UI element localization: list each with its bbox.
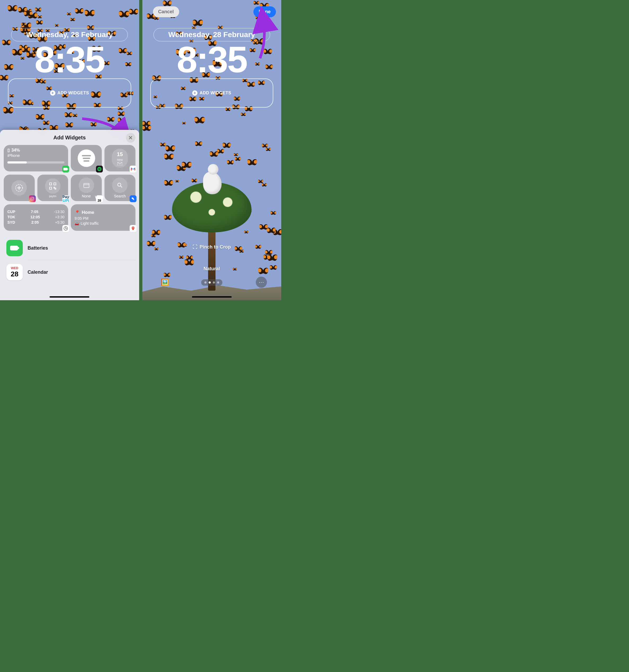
butterfly-icon <box>267 255 277 262</box>
calendar-app-icon: WED28 <box>96 195 103 202</box>
butterfly-icon <box>194 117 205 124</box>
phone-icon: ▯ <box>7 148 10 153</box>
add-widgets-sheet: Add Widgets ✕ ▯34% iPhone 1 <box>0 130 139 300</box>
widget-truecaller-search[interactable]: Search <box>104 175 136 201</box>
butterfly-icon <box>65 122 73 128</box>
add-story-icon <box>11 180 27 196</box>
butterfly-icon <box>72 114 77 117</box>
widget-instagram[interactable] <box>4 175 35 201</box>
lock-time[interactable]: 8:35 <box>142 38 281 81</box>
butterfly-icon <box>165 145 175 152</box>
calendar-none-label: None <box>82 194 91 198</box>
svg-point-14 <box>118 183 121 186</box>
batteries-label: Batteries <box>28 245 48 251</box>
add-widgets-slot[interactable]: + ADD WIDGETS <box>8 78 131 107</box>
calendar-empty-icon <box>79 177 94 193</box>
butterfly-icon <box>21 23 26 26</box>
widget-battery[interactable]: ▯34% iPhone <box>4 145 68 171</box>
done-button[interactable]: Done <box>253 6 276 17</box>
butterfly-icon <box>259 224 268 230</box>
app-row-batteries[interactable]: Batteries <box>4 236 136 260</box>
home-indicator[interactable] <box>192 296 232 297</box>
page-indicator[interactable] <box>201 279 223 286</box>
add-widgets-slot[interactable]: + ADD WIDGETS <box>150 78 274 107</box>
calendar-label: Calendar <box>28 269 48 275</box>
svg-rect-18 <box>18 247 19 249</box>
batteries-icon <box>6 240 23 256</box>
butterfly-icon <box>142 121 150 127</box>
pin-icon: 📍 <box>74 210 80 215</box>
butterfly-icon <box>7 5 17 12</box>
butterfly-icon <box>118 117 126 123</box>
plus-icon: + <box>50 90 55 96</box>
cancel-button[interactable]: Cancel <box>153 6 179 17</box>
butterfly-icon <box>160 143 165 147</box>
svg-point-7 <box>33 198 33 198</box>
butterfly-icon <box>265 148 271 151</box>
butterfly-icon <box>182 122 186 124</box>
svg-rect-12 <box>55 188 56 189</box>
lock-time[interactable]: 8:35 <box>0 38 139 81</box>
svg-rect-10 <box>50 187 52 189</box>
butterfly-icon <box>36 20 43 25</box>
widget-paytm[interactable]: paytm PayUPI <box>38 175 68 201</box>
home-indicator[interactable] <box>50 296 89 297</box>
gmail-new-label: new <box>117 158 123 162</box>
butterfly-icon <box>129 9 138 15</box>
widget-source-list: Batteries WED 28 Calendar <box>4 236 136 284</box>
photo-picker-button[interactable]: 🖼️ <box>159 277 170 288</box>
wallpaper-figure <box>197 164 226 196</box>
widget-gmail[interactable]: 15 new <box>104 145 136 171</box>
svg-rect-8 <box>50 183 52 185</box>
butterfly-icon <box>119 10 130 18</box>
close-button[interactable]: ✕ <box>126 133 136 143</box>
qr-icon <box>45 178 61 194</box>
spotify-app-icon <box>96 166 103 172</box>
butterfly-icon <box>270 265 277 270</box>
app-row-calendar[interactable]: WED 28 Calendar <box>4 260 136 284</box>
gmail-count: 15 <box>117 151 123 158</box>
svg-rect-1 <box>67 169 68 170</box>
instagram-app-icon <box>29 195 36 202</box>
butterfly-icon <box>70 18 75 21</box>
mail-icon <box>117 162 122 165</box>
butterfly-icon <box>241 113 246 116</box>
add-widgets-label: ADD WIDGETS <box>57 91 89 95</box>
butterfly-icon <box>154 248 159 251</box>
widget-world-clock[interactable]: CUP7:05-13:30 TOK12:05+3:30 SYD2:05+5:30 <box>4 204 68 231</box>
svg-point-6 <box>31 198 33 199</box>
car-icon: 🚗 <box>74 221 79 225</box>
gmail-app-icon <box>130 166 137 172</box>
crop-icon: ⛶ <box>193 244 197 250</box>
butterfly-icon <box>267 227 275 234</box>
butterfly-icon <box>193 20 203 27</box>
widget-calendar-next[interactable]: None WED28 <box>71 175 102 201</box>
clock-app-icon <box>62 225 69 232</box>
butterfly-icon <box>258 179 263 183</box>
butterfly-icon <box>35 8 41 12</box>
widget-spotify[interactable] <box>71 145 102 171</box>
more-button[interactable]: ⋯ <box>256 277 267 288</box>
butterfly-icon <box>152 230 160 236</box>
butterfly-icon <box>54 24 59 27</box>
butterfly-icon <box>85 10 95 17</box>
svg-rect-9 <box>54 183 56 185</box>
maps-app-icon <box>130 225 137 232</box>
photos-icon: 🖼️ <box>161 278 169 286</box>
widget-maps-home[interactable]: 📍Home 9:05 PM 🚗Light traffic <box>71 204 135 231</box>
sheet-title: Add Widgets <box>4 135 136 141</box>
battery-icon <box>62 166 69 172</box>
butterfly-icon <box>195 141 202 146</box>
add-widgets-label: ADD WIDGETS <box>200 91 231 95</box>
butterfly-icon <box>163 0 172 6</box>
butterfly-icon <box>3 107 14 114</box>
plus-icon: + <box>192 90 197 96</box>
svg-rect-0 <box>63 168 67 170</box>
truecaller-app-icon <box>130 195 137 202</box>
butterfly-icon <box>147 241 155 247</box>
butterfly-icon <box>107 117 115 122</box>
search-icon <box>112 177 127 193</box>
search-label: Search <box>114 194 126 198</box>
filter-style-label[interactable]: Natural <box>204 266 220 272</box>
butterfly-icon <box>225 107 231 111</box>
